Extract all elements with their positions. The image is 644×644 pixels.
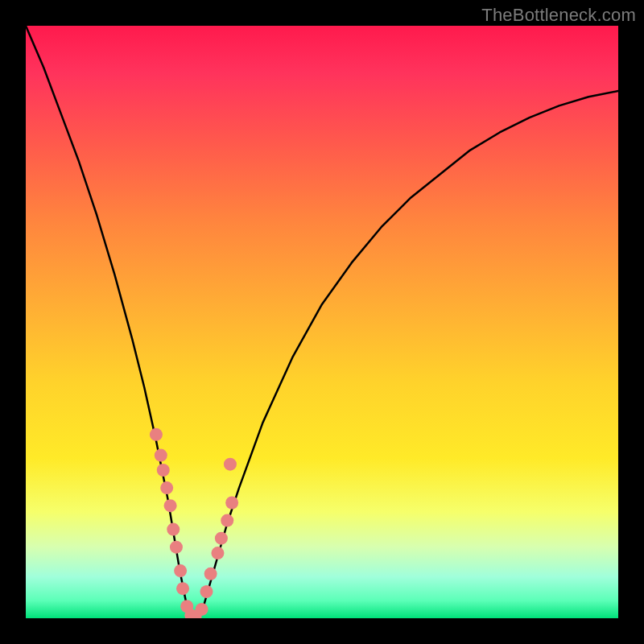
markers-group xyxy=(150,428,238,618)
marker-point xyxy=(211,547,224,559)
marker-point xyxy=(196,603,208,616)
marker-point xyxy=(150,428,163,441)
marker-point xyxy=(225,496,238,509)
marker-point xyxy=(155,449,167,462)
marker-point xyxy=(174,564,187,577)
plot-svg xyxy=(26,26,618,618)
marker-point xyxy=(157,464,170,477)
marker-point xyxy=(167,523,180,536)
marker-point xyxy=(221,514,233,527)
marker-point xyxy=(224,458,237,471)
watermark-text: TheBottleneck.com xyxy=(481,5,636,26)
marker-point xyxy=(176,582,189,595)
marker-point xyxy=(200,585,213,598)
marker-point xyxy=(204,568,217,580)
chart-frame: TheBottleneck.com xyxy=(0,0,644,644)
marker-point xyxy=(170,541,183,554)
marker-point xyxy=(215,532,228,545)
marker-point xyxy=(164,499,177,512)
marker-point xyxy=(160,481,173,494)
plot-area xyxy=(26,26,618,618)
bottleneck-curve xyxy=(26,26,618,618)
